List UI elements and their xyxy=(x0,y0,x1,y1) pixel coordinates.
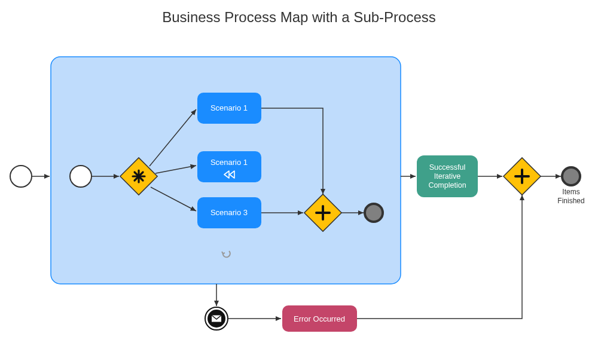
bpmn-diagram: Scenario 1 Scenario 1 Scenario 3 Success… xyxy=(0,0,598,364)
task-scenario-2-label: Scenario 1 xyxy=(210,158,248,167)
task-success-line2: Iterative xyxy=(434,172,461,181)
end-event-inner xyxy=(365,204,383,222)
start-event-inner xyxy=(70,166,91,187)
gateway-parallel-outer xyxy=(504,158,541,195)
task-error-label: Error Occurred xyxy=(294,314,345,323)
end-label-line1: Items xyxy=(562,188,579,196)
task-success-line3: Completion xyxy=(428,181,466,189)
task-scenario-3-label: Scenario 3 xyxy=(210,208,248,217)
task-success-line1: Successful xyxy=(429,163,465,172)
boundary-event-error xyxy=(205,307,228,330)
end-label-line2: Finished xyxy=(557,197,584,205)
start-event-outer xyxy=(10,166,32,187)
end-event-final xyxy=(562,167,580,185)
task-scenario-1-label: Scenario 1 xyxy=(210,103,248,112)
